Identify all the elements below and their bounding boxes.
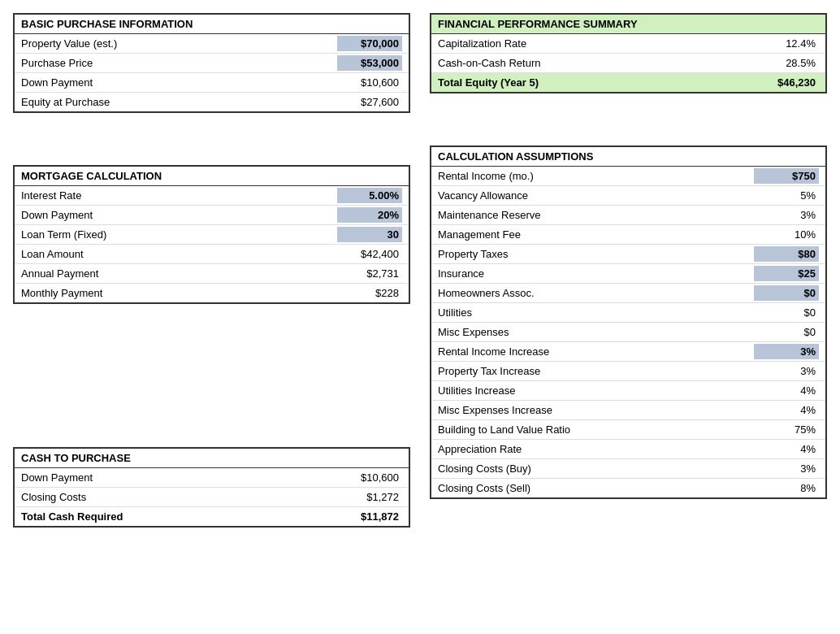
row-label: Down Payment — [21, 471, 337, 484]
main-grid: BASIC PURCHASE INFORMATION Property Valu… — [13, 13, 827, 528]
table-row: Misc Expenses$0 — [431, 323, 825, 342]
row-label: Loan Amount — [21, 248, 337, 260]
row-value: 3% — [754, 207, 819, 223]
row-label: Property Tax Increase — [438, 365, 754, 377]
row-label: Down Payment — [21, 209, 337, 221]
table-row: Loan Amount$42,400 — [15, 245, 409, 264]
row-label: Rental Income Increase — [438, 345, 754, 358]
table-row: Closing Costs (Sell)8% — [431, 479, 825, 497]
table-row: Rental Income (mo.)$750 — [431, 167, 825, 186]
table-row: Appreciation Rate4% — [431, 440, 825, 459]
row-label: Purchase Price — [21, 57, 337, 69]
table-row: Down Payment$10,600 — [15, 73, 409, 93]
cash-to-purchase-panel: CASH TO PURCHASE Down Payment$10,600Clos… — [13, 447, 410, 528]
row-value: 4% — [754, 402, 819, 418]
mortgage-panel: MORTGAGE CALCULATION Interest Rate5.00%D… — [13, 165, 410, 304]
row-value: 4% — [754, 441, 819, 457]
row-value: 5.00% — [337, 188, 402, 203]
table-row: Homeowners Assoc.$0 — [431, 284, 825, 303]
mortgage-header: MORTGAGE CALCULATION — [15, 167, 409, 186]
table-row: Closing Costs (Buy)3% — [431, 459, 825, 479]
row-value: $46,230 — [754, 75, 819, 90]
row-value: $10,600 — [337, 470, 402, 485]
row-label: Cash-on-Cash Return — [438, 57, 754, 69]
row-label: Closing Costs (Buy) — [438, 462, 754, 475]
row-value: $2,731 — [337, 266, 402, 281]
table-row: Property Value (est.)$70,000 — [15, 34, 409, 54]
row-value: $42,400 — [337, 246, 402, 262]
row-label: Utilities Increase — [438, 384, 754, 397]
table-row: Equity at Purchase$27,600 — [15, 93, 409, 111]
row-value: $25 — [754, 266, 819, 281]
table-row: Loan Term (Fixed)30 — [15, 225, 409, 245]
financial-performance-panel: FINANCIAL PERFORMANCE SUMMARY Capitaliza… — [430, 13, 827, 93]
row-value: 3% — [754, 344, 819, 359]
table-row: Building to Land Value Ratio75% — [431, 420, 825, 440]
basic-purchase-panel: BASIC PURCHASE INFORMATION Property Valu… — [13, 13, 410, 113]
table-row: Annual Payment$2,731 — [15, 264, 409, 284]
table-row: Cash-on-Cash Return28.5% — [431, 54, 825, 73]
basic-purchase-header: BASIC PURCHASE INFORMATION — [15, 15, 409, 34]
table-row: Maintenance Reserve3% — [431, 206, 825, 225]
row-value: $0 — [754, 285, 819, 301]
table-row: Property Taxes$80 — [431, 245, 825, 264]
row-value: 20% — [337, 207, 402, 223]
row-value: $70,000 — [337, 36, 402, 51]
row-label: Property Value (est.) — [21, 37, 337, 50]
row-value: $0 — [754, 305, 819, 320]
row-value: $0 — [754, 324, 819, 340]
row-value: 5% — [754, 188, 819, 203]
row-label: Management Fee — [438, 228, 754, 241]
row-value: $750 — [754, 168, 819, 184]
row-label: Maintenance Reserve — [438, 209, 754, 221]
row-label: Utilities — [438, 306, 754, 319]
row-value: 12.4% — [754, 36, 819, 51]
row-value: 28.5% — [754, 55, 819, 71]
table-row: Closing Costs$1,272 — [15, 488, 409, 507]
table-row: Interest Rate5.00% — [15, 186, 409, 206]
calculation-assumptions-panel: CALCULATION ASSUMPTIONS Rental Income (m… — [430, 145, 827, 499]
row-label: Misc Expenses — [438, 326, 754, 338]
row-value: 4% — [754, 383, 819, 398]
row-label: Total Equity (Year 5) — [438, 76, 754, 89]
row-label: Closing Costs (Sell) — [438, 482, 754, 494]
financial-performance-header: FINANCIAL PERFORMANCE SUMMARY — [431, 15, 825, 34]
table-row: Capitalization Rate12.4% — [431, 34, 825, 54]
row-value: 8% — [754, 480, 819, 496]
table-row: Utilities Increase4% — [431, 381, 825, 401]
right-column: FINANCIAL PERFORMANCE SUMMARY Capitaliza… — [430, 13, 827, 528]
row-value: 3% — [754, 363, 819, 379]
row-value: $10,600 — [337, 75, 402, 90]
table-row: Property Tax Increase3% — [431, 362, 825, 381]
row-label: Rental Income (mo.) — [438, 170, 754, 182]
row-label: Misc Expenses Increase — [438, 404, 754, 416]
row-value: 10% — [754, 227, 819, 242]
table-row: Down Payment20% — [15, 206, 409, 225]
row-label: Building to Land Value Ratio — [438, 423, 754, 436]
row-label: Annual Payment — [21, 267, 337, 280]
table-row: Vacancy Allowance5% — [431, 186, 825, 206]
row-label: Interest Rate — [21, 189, 337, 202]
table-row: Management Fee10% — [431, 225, 825, 245]
row-value: $228 — [337, 285, 402, 301]
calculation-assumptions-header: CALCULATION ASSUMPTIONS — [431, 147, 825, 167]
table-row: Purchase Price$53,000 — [15, 54, 409, 73]
table-row: Utilities$0 — [431, 303, 825, 323]
table-row: Monthly Payment$228 — [15, 284, 409, 302]
row-value: 30 — [337, 227, 402, 242]
row-label: Appreciation Rate — [438, 443, 754, 455]
row-label: Total Cash Required — [21, 510, 337, 523]
left-column: BASIC PURCHASE INFORMATION Property Valu… — [13, 13, 410, 528]
table-row: Rental Income Increase3% — [431, 342, 825, 362]
table-row: Misc Expenses Increase4% — [431, 401, 825, 420]
row-label: Vacancy Allowance — [438, 189, 754, 202]
row-value: $80 — [754, 246, 819, 262]
row-label: Capitalization Rate — [438, 37, 754, 50]
row-value: $11,872 — [337, 509, 402, 524]
row-label: Property Taxes — [438, 248, 754, 260]
table-row: Insurance$25 — [431, 264, 825, 284]
row-label: Homeowners Assoc. — [438, 287, 754, 299]
cash-to-purchase-header: CASH TO PURCHASE — [15, 449, 409, 468]
row-value: $53,000 — [337, 55, 402, 71]
row-value: $1,272 — [337, 489, 402, 505]
